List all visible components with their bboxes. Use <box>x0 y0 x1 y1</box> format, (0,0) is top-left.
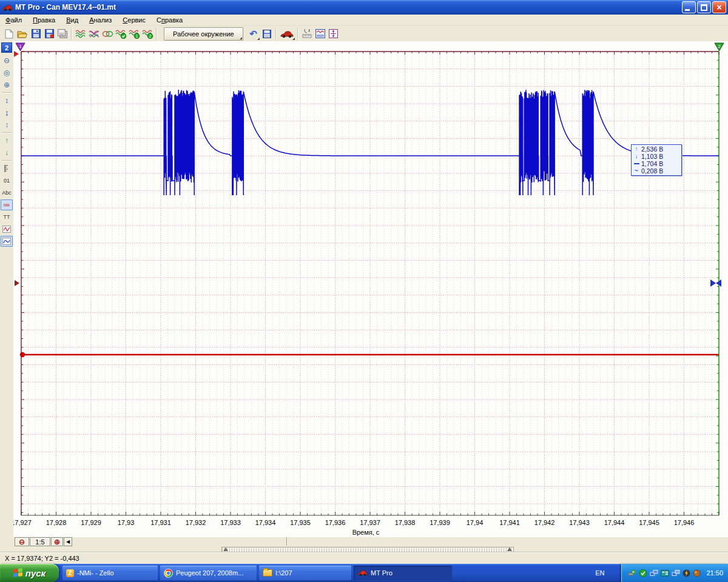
red-trace-start-dot[interactable] <box>20 352 25 357</box>
x-tick-label: 17,932 <box>180 519 212 526</box>
readout-value: 0,208 В <box>641 167 663 175</box>
start-button[interactable]: пуск <box>0 564 59 582</box>
undo-icon[interactable]: ↶ <box>247 27 260 41</box>
x-tick-label: 17,946 <box>669 519 700 526</box>
expand-vertical-icon[interactable]: ↨ <box>1 107 13 118</box>
taskbar-task-2[interactable]: Peugeot 207, 2008m... <box>160 566 257 580</box>
ground-left-marker[interactable] <box>15 280 19 286</box>
side-toolbar: 2⊖◎⊕↕↨↕↑↓01Abc≔TT <box>0 41 14 553</box>
readout-value: 1,704 В <box>641 160 663 167</box>
signals-overlay-icon[interactable] <box>87 27 101 41</box>
zoom-in-icon[interactable]: ⊕ <box>1 79 13 90</box>
update-check-icon[interactable] <box>639 569 647 577</box>
minimize-button[interactable] <box>682 1 696 13</box>
fit-vertical-icon[interactable]: ↕ <box>1 119 13 130</box>
save-file-icon[interactable] <box>29 27 42 41</box>
volume-icon[interactable] <box>693 569 701 577</box>
menu-item-4[interactable]: Анализ <box>84 15 117 25</box>
cursor-coordinates: X = 17,9374; Y2 = -0,443 <box>5 555 79 562</box>
restore-button[interactable] <box>697 1 711 13</box>
measure-icon[interactable] <box>300 27 314 41</box>
clock: 21:50 <box>706 569 723 577</box>
time-zoom-out-button[interactable]: ⊖ <box>15 537 29 546</box>
open-file-icon[interactable] <box>16 27 29 41</box>
menu-item-5[interactable]: Сервис <box>117 15 151 25</box>
pane-divider <box>286 537 287 546</box>
curve-selected-icon[interactable] <box>1 236 13 247</box>
close-button[interactable]: × <box>712 1 726 13</box>
power-icon[interactable] <box>682 569 690 577</box>
x-tick-label: 17,942 <box>529 519 561 526</box>
plot-area[interactable]: 12 17,92717,92817,92917,9317,93117,93217… <box>13 41 728 537</box>
save-as-icon[interactable] <box>42 27 56 41</box>
trigger-left-marker[interactable] <box>14 51 19 57</box>
new-file-icon[interactable] <box>2 27 16 41</box>
sidebar-separator <box>2 92 12 93</box>
tray-app-icon[interactable] <box>661 569 669 577</box>
cursor-readout-box[interactable]: ↑2,536 В↓1,103 В1,704 В~0,208 В <box>631 144 682 176</box>
chart-settings-icon[interactable] <box>314 27 327 41</box>
save-all-icon[interactable] <box>56 27 69 41</box>
menu-item-2[interactable]: Правка <box>27 15 61 25</box>
ground-right-marker[interactable] <box>710 279 716 287</box>
move-down-icon[interactable]: ↓ <box>1 147 13 158</box>
menu-item-1[interactable]: Файл <box>0 15 27 25</box>
sidebar-separator <box>2 160 12 161</box>
start-label: пуск <box>25 568 46 578</box>
arrow-up-icon: ↑ <box>632 146 641 153</box>
task-label: Peugeot 207, 2008m... <box>176 569 243 577</box>
taskbar-task-1[interactable]: Z-NMi- - Zello <box>62 566 158 580</box>
zoom-reset-icon[interactable]: ◎ <box>1 67 13 78</box>
network-icon[interactable] <box>650 569 658 577</box>
sidebar-separator <box>2 132 12 133</box>
menu-item-3[interactable]: Вид <box>61 15 84 25</box>
signals-1-icon[interactable]: 1 <box>127 27 141 41</box>
curve-icon[interactable] <box>1 224 13 235</box>
svg-text:2: 2 <box>149 34 151 38</box>
signals-2-icon[interactable]: 2 <box>141 27 154 41</box>
task-label: I:\207 <box>275 569 292 577</box>
x-tick-label: 17,936 <box>320 519 351 526</box>
workspace-dropdown-button[interactable]: Рабочее окружение <box>164 27 243 41</box>
readout-row: ↓1,103 В <box>632 153 681 160</box>
safely-remove-icon[interactable] <box>628 569 636 577</box>
move-up-icon[interactable]: ↑ <box>1 135 13 146</box>
chrome-icon <box>164 569 173 578</box>
signals-icon[interactable] <box>74 27 87 41</box>
taskbar-task-3[interactable]: I:\207 <box>259 566 351 580</box>
zoom-out-icon[interactable]: ⊖ <box>1 55 13 66</box>
svg-text:1: 1 <box>135 34 138 38</box>
x-tick-label: 17,943 <box>564 519 595 526</box>
split-view-icon[interactable] <box>327 27 340 41</box>
menu-item-6[interactable]: Справка <box>151 15 188 25</box>
taskbar-task-4[interactable]: MT Pro <box>354 566 452 580</box>
windows-flag-icon <box>13 568 22 578</box>
signals-loop-icon[interactable] <box>101 27 114 41</box>
network2-icon[interactable] <box>672 569 680 577</box>
x-tick-label: 17,934 <box>250 519 281 526</box>
readout-row: ~0,208 В <box>632 167 681 175</box>
x-tick-label: 17,929 <box>75 519 107 526</box>
signals-check-icon[interactable] <box>114 27 127 41</box>
x-tick-label: 17,928 <box>41 519 72 526</box>
channel-2-badge[interactable]: 2 <box>1 42 12 53</box>
digits-icon[interactable]: 01 <box>1 175 13 186</box>
time-position-slider[interactable] <box>221 547 514 552</box>
taskbar: пуск Z-NMi- - ZelloPeugeot 207, 2008m...… <box>0 564 728 582</box>
x-tick-label: 17,937 <box>354 519 386 526</box>
language-indicator[interactable]: EN <box>595 569 604 577</box>
main-toolbar: 1 2 Рабочее окружение ↶ <box>0 26 728 42</box>
x-tick-label: 17,927 <box>13 519 37 526</box>
bottom-strip: ⊖ 1:5 ⊕ ◀ <box>0 537 728 552</box>
abc-icon[interactable]: Abc <box>1 187 13 198</box>
text-labels-icon[interactable]: TT <box>1 212 13 222</box>
scroll-left-button[interactable]: ◀ <box>64 537 72 546</box>
collapse-vertical-icon[interactable]: ↕ <box>1 95 13 106</box>
x-tick-label: 17,941 <box>494 519 525 526</box>
time-zoom-in-button[interactable]: ⊕ <box>51 537 63 546</box>
x-tick-label: 17,935 <box>285 519 316 526</box>
save-workspace-icon[interactable] <box>260 27 274 41</box>
levels-icon[interactable]: ≔ <box>1 199 13 210</box>
ruler-icon[interactable] <box>1 163 13 174</box>
car-icon[interactable] <box>278 27 295 41</box>
